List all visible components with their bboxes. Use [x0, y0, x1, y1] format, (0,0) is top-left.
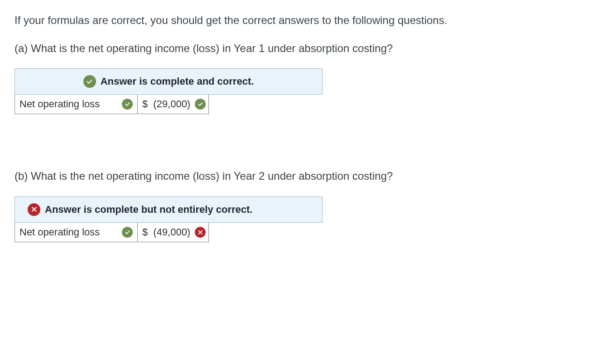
answer-label-cell-a: Net operating loss [15, 95, 138, 114]
question-b-text: (b) What is the net operating income (lo… [14, 168, 594, 184]
question-b-block: (b) What is the net operating income (lo… [14, 168, 594, 242]
question-a-answer-box: Answer is complete and correct. Net oper… [14, 68, 323, 114]
cross-icon [28, 203, 40, 216]
answer-label-b: Net operating loss [19, 226, 100, 238]
answer-value-cell-b: $ (49,000) [138, 223, 208, 242]
check-icon [122, 227, 133, 238]
currency-symbol: $ [142, 226, 148, 238]
status-banner-a: Answer is complete and correct. [14, 68, 323, 95]
answer-value-b: (49,000) [153, 226, 190, 238]
answer-value-cell-a: $ (29,000) [138, 95, 208, 114]
question-a-text: (a) What is the net operating income (lo… [14, 41, 594, 56]
status-banner-b: Answer is complete but not entirely corr… [14, 196, 323, 223]
check-icon [83, 75, 96, 88]
answer-row-b: Net operating loss $ (49,000) [14, 223, 209, 242]
question-a-block: (a) What is the net operating income (lo… [14, 41, 594, 115]
check-icon [122, 99, 133, 110]
answer-value-a: (29,000) [153, 98, 190, 110]
cross-icon [195, 227, 206, 238]
currency-symbol: $ [142, 98, 148, 110]
intro-text: If your formulas are correct, you should… [14, 13, 594, 28]
answer-label-cell-b: Net operating loss [15, 223, 138, 242]
check-icon [195, 99, 206, 110]
answer-row-a: Net operating loss $ (29,000) [14, 95, 209, 114]
status-banner-b-text: Answer is complete but not entirely corr… [45, 204, 252, 216]
status-banner-a-text: Answer is complete and correct. [101, 76, 254, 87]
question-b-answer-box: Answer is complete but not entirely corr… [14, 196, 323, 242]
answer-label-a: Net operating loss [19, 98, 100, 110]
